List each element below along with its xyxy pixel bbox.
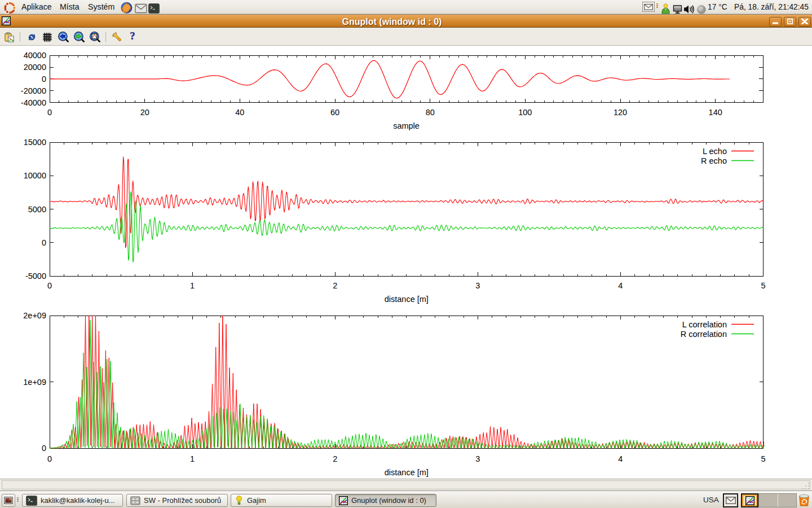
svg-text:3: 3: [475, 281, 480, 290]
svg-text:100: 100: [518, 108, 532, 117]
svg-text:distance [m]: distance [m]: [385, 468, 429, 477]
svg-text:L correlation: L correlation: [682, 320, 727, 329]
svg-text:R echo: R echo: [701, 156, 727, 165]
svg-text:0: 0: [47, 454, 52, 463]
svg-text:2e+09: 2e+09: [23, 311, 46, 320]
svg-text:sample: sample: [393, 121, 420, 130]
svg-text:80: 80: [426, 108, 435, 117]
svg-text:5: 5: [761, 281, 765, 290]
svg-text:2: 2: [333, 454, 337, 463]
svg-text:1: 1: [190, 454, 195, 463]
svg-text:0: 0: [42, 238, 46, 247]
svg-text:-20000: -20000: [21, 86, 46, 95]
svg-text:R correlation: R correlation: [681, 330, 727, 339]
svg-text:-40000: -40000: [21, 98, 46, 107]
svg-text:10000: 10000: [24, 171, 46, 180]
svg-text:0: 0: [47, 108, 52, 117]
svg-text:20: 20: [140, 108, 149, 117]
svg-text:?: ?: [130, 32, 135, 42]
svg-text:40000: 40000: [24, 51, 46, 60]
svg-text:1: 1: [190, 281, 195, 290]
svg-text:120: 120: [614, 108, 627, 117]
svg-text:-5000: -5000: [25, 271, 46, 281]
svg-text:140: 140: [709, 108, 722, 117]
svg-text:5000: 5000: [28, 205, 46, 214]
svg-text:L echo: L echo: [703, 147, 727, 156]
svg-text:60: 60: [330, 108, 339, 117]
svg-text:5: 5: [761, 454, 765, 463]
svg-text:1e+09: 1e+09: [23, 378, 46, 387]
svg-text:3: 3: [475, 454, 480, 463]
svg-text:40: 40: [235, 108, 244, 117]
svg-text:4: 4: [618, 281, 623, 290]
svg-text:2: 2: [333, 281, 337, 290]
svg-text:0: 0: [42, 444, 46, 453]
svg-text:20000: 20000: [24, 63, 46, 72]
svg-text:0: 0: [47, 281, 52, 290]
svg-text:distance [m]: distance [m]: [385, 295, 429, 304]
svg-text:15000: 15000: [24, 138, 46, 147]
svg-text:4: 4: [618, 454, 623, 463]
svg-text:0: 0: [42, 75, 46, 84]
